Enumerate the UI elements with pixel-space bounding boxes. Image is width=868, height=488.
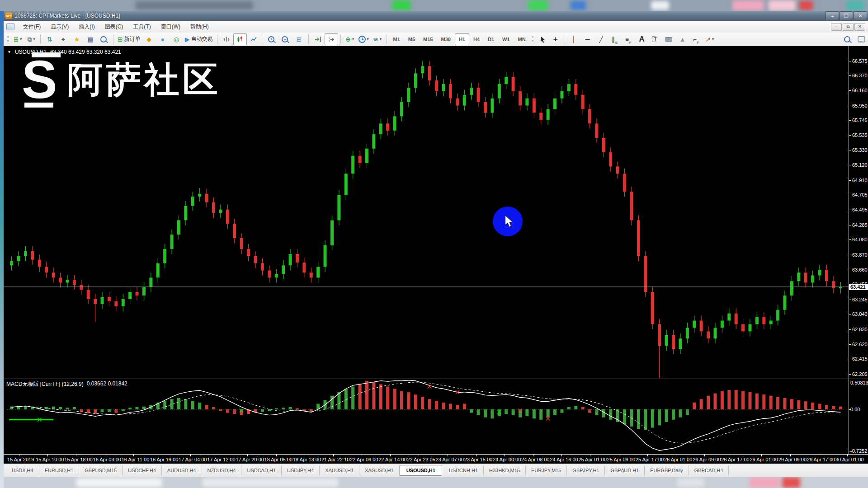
new-chart-button[interactable]: ⊞▾: [11, 33, 24, 45]
symbol-tab-xagusd[interactable]: XAGUSD,H1: [359, 465, 400, 475]
rectangle-icon: [665, 37, 672, 42]
menu-item-2[interactable]: 插入(I): [74, 21, 99, 33]
templates-button[interactable]: ≋▾: [371, 33, 384, 45]
crosshair-tool-button[interactable]: +: [549, 33, 562, 45]
window-close-button[interactable]: ✕: [854, 11, 867, 20]
timeframe-w1-button[interactable]: W1: [498, 33, 514, 45]
menu-item-5[interactable]: 窗口(W): [156, 21, 185, 33]
chat-button[interactable]: [854, 33, 868, 45]
window-maximize-button[interactable]: ❐: [840, 11, 853, 20]
timeframe-m30-button-label: M30: [439, 37, 453, 42]
child-restore-button[interactable]: ⧉: [843, 23, 854, 31]
menu-item-3[interactable]: 图表(C): [100, 21, 128, 33]
symbol-tab-audusd[interactable]: AUDUSD,H4: [162, 465, 202, 475]
terminal-button[interactable]: ▤: [84, 33, 97, 45]
timeframe-m15-button[interactable]: M15: [419, 33, 437, 45]
community-button[interactable]: ●: [156, 33, 170, 45]
time-tick: [761, 455, 762, 456]
symbol-tab-eurgbp[interactable]: EURGBP,Daily: [645, 465, 689, 475]
periods-button[interactable]: ▾: [357, 33, 371, 45]
trendline-tool-button[interactable]: ╱: [594, 33, 608, 45]
timeframe-m1-button[interactable]: M1: [389, 33, 404, 45]
time-tick: [847, 455, 848, 456]
autotrading-button[interactable]: ▶自动交易: [183, 33, 215, 45]
symbol-tab-gbpcad[interactable]: GBPCAD,H4: [689, 465, 729, 475]
chevron-down-icon: ▾: [712, 37, 714, 41]
search-button[interactable]: [841, 33, 854, 45]
tile-windows-button[interactable]: ⊞: [292, 33, 306, 45]
symbol-tab-gbpaud[interactable]: GBPAUD,H1: [605, 465, 645, 475]
horizontal-line-tool-button[interactable]: ─: [581, 33, 594, 45]
timeframe-h4-button[interactable]: H4: [469, 33, 484, 45]
cursor-highlight: [493, 206, 523, 236]
child-close-button[interactable]: ✕: [854, 23, 865, 31]
chart-shift-button[interactable]: [325, 33, 338, 45]
menu-item-6[interactable]: 帮助(H): [185, 21, 214, 33]
auto-scroll-button[interactable]: [311, 33, 325, 45]
symbol-tab-gbpjpy[interactable]: GBPJPY,H1: [567, 465, 605, 475]
equidistant-channel-tool-button[interactable]: ∥E: [608, 33, 622, 45]
menu-item-0[interactable]: 文件(F): [18, 21, 46, 33]
navigator-button[interactable]: ★: [70, 33, 84, 45]
label-tool-button[interactable]: T: [649, 33, 662, 45]
title-bar: CPT 1066728: CPTMarkets-Live - [USOUSD,H…: [4, 11, 868, 21]
symbol-tab-usdcnh[interactable]: USDCNH,H1: [443, 465, 484, 475]
new-order-button[interactable]: ⊞新订单: [116, 33, 142, 45]
symbol-tab-h33hkd[interactable]: H33HKD,M15: [484, 465, 526, 475]
time-tick: [47, 455, 48, 456]
timeframe-m5-button[interactable]: M5: [404, 33, 419, 45]
desktop-top-strip: [0, 0, 868, 11]
metaeditor-button[interactable]: ◆: [142, 33, 156, 45]
arrows-tool-button[interactable]: ↗▾: [703, 33, 717, 45]
timeframe-h1-button[interactable]: H1: [455, 33, 469, 45]
child-minimize-button[interactable]: –: [831, 23, 842, 31]
symbol-tab-eurusd[interactable]: EURUSD,H1: [39, 465, 80, 475]
zoom-out-button[interactable]: −: [279, 33, 292, 45]
symbol-tab-gbpusd[interactable]: GBPUSD,M15: [79, 465, 123, 475]
indicators-button[interactable]: ⊕▾: [343, 33, 357, 45]
zoom-in-button[interactable]: +: [265, 33, 279, 45]
chart-dropdown-icon[interactable]: ▼: [7, 50, 11, 54]
symbol-tab-usdx[interactable]: USDX,H4: [6, 465, 39, 475]
timeframe-mn-button[interactable]: MN: [514, 33, 530, 45]
child-window-icon[interactable]: [6, 23, 14, 30]
fibo-channel-tool-button[interactable]: ⌐F: [689, 33, 703, 45]
symbol-tab-usdjpy[interactable]: USDJPY,H4: [282, 465, 320, 475]
macd-panel[interactable]: MACD无极版 [CurrTF] (12,26,9) 0.03662 0.018…: [4, 379, 849, 454]
symbol-tab-eurjpy[interactable]: EURJPY,M15: [526, 465, 567, 475]
cursor-tool-button[interactable]: [535, 33, 549, 45]
signals-icon: ◎: [174, 36, 179, 42]
bar-chart-button[interactable]: [220, 33, 233, 45]
window-minimize-button[interactable]: –: [826, 11, 839, 20]
chart-area[interactable]: S 阿萨社区 ▼ USOUSD,H1 63.340 63.429 63.320 …: [4, 46, 849, 379]
text-tool-button[interactable]: A: [635, 33, 649, 45]
rectangle-tool-button[interactable]: [662, 33, 676, 45]
symbol-tab-usdcad[interactable]: USDCAD,H1: [241, 465, 282, 475]
strategy-tester-button[interactable]: [97, 33, 111, 45]
price-tick: [849, 180, 851, 181]
candlestick-chart[interactable]: [4, 46, 849, 379]
price-axis-label: 62.205: [852, 371, 868, 377]
symbol-tab-usdchf[interactable]: USDCHF,H4: [123, 465, 162, 475]
timeframe-d1-button[interactable]: D1: [484, 33, 498, 45]
market-watch-button[interactable]: ⇅: [43, 33, 57, 45]
cursor-tool-icon: [538, 36, 546, 43]
timeframe-m30-button[interactable]: M30: [437, 33, 455, 45]
profiles-button[interactable]: ⧉▾: [24, 33, 38, 45]
menu-item-4[interactable]: 工具(T): [128, 21, 156, 33]
candlestick-chart-button[interactable]: [233, 33, 247, 45]
symbol-tab-usousd[interactable]: USOUSD,H1: [400, 465, 442, 476]
time-axis-label: 18 Apr 13:00: [293, 457, 321, 462]
price-axis[interactable]: 66.57566.37066.16065.95065.74565.53565.3…: [849, 46, 868, 379]
symbol-tab-nzdusd[interactable]: NZDUSD,H4: [202, 465, 242, 475]
data-window-button[interactable]: ⌖: [57, 33, 70, 45]
signals-button[interactable]: ◎: [170, 33, 183, 45]
triangle-tool-button[interactable]: ▲: [676, 33, 689, 45]
toolbar-separator: [565, 34, 565, 44]
line-chart-button[interactable]: [247, 33, 260, 45]
fibonacci-tool-button[interactable]: ≡F: [622, 33, 635, 45]
menu-item-1[interactable]: 显示(V): [46, 21, 74, 33]
time-axis[interactable]: 15 Apr 201915 Apr 10:0015 Apr 18:0016 Ap…: [4, 454, 868, 464]
symbol-tab-xauusd[interactable]: XAUUSD,H1: [320, 465, 359, 475]
vertical-line-tool-button[interactable]: │: [567, 33, 581, 45]
